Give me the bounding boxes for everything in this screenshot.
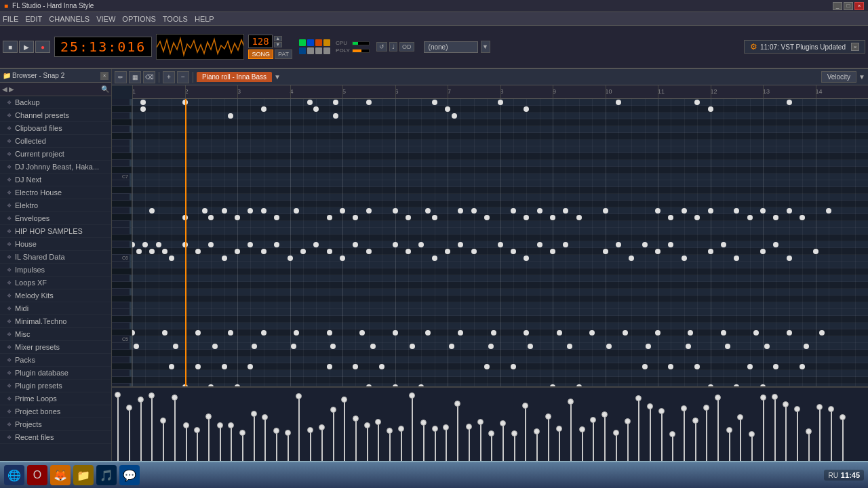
- note-dot[interactable]: [288, 256, 293, 261]
- browser-item-8[interactable]: ❖Elektro: [0, 199, 111, 212]
- browser-item-22[interactable]: ❖Plugin presets: [0, 380, 111, 392]
- vel-bar-circle-32[interactable]: [477, 419, 484, 425]
- note-dot[interactable]: [235, 249, 240, 254]
- note-dot[interactable]: [449, 344, 454, 349]
- menu-options[interactable]: OPTIONS: [122, 15, 156, 23]
- note-dot[interactable]: [471, 208, 477, 214]
- taskbar-messenger[interactable]: 💬: [119, 465, 140, 485]
- pr-zoom-in[interactable]: +: [163, 71, 175, 83]
- vel-bar-circle-22[interactable]: [364, 422, 370, 428]
- note-dot[interactable]: [764, 344, 770, 349]
- note-dot[interactable]: [747, 364, 753, 369]
- piano-key-A#5[interactable]: [112, 268, 132, 275]
- note-dot[interactable]: [576, 215, 582, 220]
- note-dot[interactable]: [307, 100, 313, 105]
- vel-bar-circle-3[interactable]: [149, 392, 155, 399]
- minimize-btn[interactable]: _: [833, 2, 842, 10]
- browser-item-5[interactable]: ❖DJ Johnny Beast, Haka...: [0, 161, 111, 174]
- note-dot[interactable]: [222, 208, 227, 214]
- vel-bar-circle-33[interactable]: [488, 430, 494, 436]
- browser-item-4[interactable]: ❖Current project: [0, 148, 111, 161]
- note-dot[interactable]: [432, 215, 437, 220]
- vel-bar-circle-5[interactable]: [172, 394, 178, 401]
- note-dot[interactable]: [642, 242, 648, 247]
- browser-item-12[interactable]: ❖IL Shared Data: [0, 251, 111, 264]
- browser-item-19[interactable]: ❖Mixer presets: [0, 341, 111, 354]
- pr-draw-tool[interactable]: ✏: [115, 71, 127, 83]
- note-dot[interactable]: [340, 256, 345, 261]
- note-dot[interactable]: [686, 344, 691, 349]
- taskbar-opera[interactable]: O: [27, 465, 47, 485]
- note-dot[interactable]: [682, 208, 687, 214]
- note-dot[interactable]: [445, 249, 450, 254]
- piano-key-A#4[interactable]: [112, 350, 132, 357]
- taskbar-winamp[interactable]: 🎵: [96, 465, 117, 485]
- note-dot[interactable]: [655, 330, 660, 336]
- browser-item-0[interactable]: ❖Backup: [0, 96, 111, 109]
- note-dot[interactable]: [537, 208, 542, 214]
- vel-bar-circle-25[interactable]: [398, 426, 404, 432]
- vel-bar-circle-52[interactable]: [703, 405, 709, 411]
- note-dot[interactable]: [488, 344, 494, 349]
- note-dot[interactable]: [557, 330, 562, 336]
- note-dot[interactable]: [721, 330, 726, 336]
- note-dot[interactable]: [134, 344, 139, 349]
- piano-key-F#6[interactable]: [112, 214, 132, 221]
- note-dot[interactable]: [261, 330, 267, 336]
- note-dot[interactable]: [406, 215, 411, 220]
- piano-key-B7[interactable]: [112, 99, 132, 106]
- piano-key-C5[interactable]: C5: [112, 336, 132, 343]
- velocity-arrow[interactable]: ▼: [859, 73, 865, 81]
- vel-bar-circle-57[interactable]: [760, 394, 766, 401]
- note-dot[interactable]: [393, 330, 398, 336]
- piano-key-A5[interactable]: [112, 275, 132, 282]
- piano-key-D#7[interactable]: [112, 153, 132, 160]
- browser-item-3[interactable]: ❖Collected: [0, 135, 111, 148]
- transport-play[interactable]: ▶: [19, 41, 34, 53]
- browser-item-23[interactable]: ❖Prime Loops: [0, 392, 111, 405]
- note-dot[interactable]: [173, 344, 178, 349]
- menu-channels[interactable]: CHANNELS: [49, 15, 90, 23]
- vel-bar-circle-53[interactable]: [715, 394, 721, 401]
- note-dot[interactable]: [452, 113, 457, 119]
- note-dot[interactable]: [261, 249, 267, 254]
- piano-key-B6[interactable]: [112, 180, 132, 187]
- vel-bar-circle-49[interactable]: [669, 431, 675, 437]
- note-dot[interactable]: [340, 208, 345, 214]
- note-dot[interactable]: [804, 344, 809, 349]
- vel-bar-circle-34[interactable]: [500, 420, 506, 426]
- browser-item-25[interactable]: ❖Projects: [0, 418, 111, 431]
- browser-close[interactable]: ×: [100, 72, 108, 80]
- piano-key-F5[interactable]: [112, 302, 132, 309]
- piano-key-F#7[interactable]: [112, 133, 132, 140]
- piano-key-G#7[interactable]: [112, 119, 132, 126]
- browser-item-16[interactable]: ❖Midi: [0, 302, 111, 315]
- note-dot[interactable]: [425, 330, 431, 336]
- browser-item-2[interactable]: ❖Clipboard files: [0, 122, 111, 135]
- vel-bar-circle-7[interactable]: [194, 427, 200, 433]
- piano-key-A4[interactable]: [112, 357, 132, 363]
- browser-item-7[interactable]: ❖Electro House: [0, 186, 111, 199]
- vel-bar-circle-2[interactable]: [138, 396, 144, 403]
- note-dot[interactable]: [261, 106, 267, 112]
- vel-bar-circle-54[interactable]: [726, 427, 732, 433]
- vel-bar-circle-10[interactable]: [228, 422, 234, 428]
- menu-tools[interactable]: TOOLS: [163, 15, 188, 23]
- note-dot[interactable]: [550, 384, 555, 386]
- browser-search[interactable]: 🔍: [101, 85, 109, 93]
- vel-bar-circle-1[interactable]: [126, 405, 132, 411]
- vel-bar-circle-61[interactable]: [806, 428, 812, 434]
- vel-bar-circle-11[interactable]: [239, 430, 245, 436]
- note-dot[interactable]: [195, 364, 201, 369]
- note-dot[interactable]: [149, 249, 155, 254]
- song-btn[interactable]: SONG: [248, 49, 273, 59]
- menu-file[interactable]: FILE: [3, 15, 18, 23]
- piano-key-G#5[interactable]: [112, 282, 132, 289]
- vel-bar-circle-28[interactable]: [432, 426, 438, 432]
- vel-bar-circle-0[interactable]: [115, 392, 121, 398]
- piano-key-G4[interactable]: [112, 370, 132, 377]
- vel-bar-circle-26[interactable]: [409, 392, 415, 399]
- note-dot[interactable]: [491, 330, 496, 336]
- vel-bar-circle-20[interactable]: [341, 396, 347, 403]
- note-dot[interactable]: [235, 384, 240, 386]
